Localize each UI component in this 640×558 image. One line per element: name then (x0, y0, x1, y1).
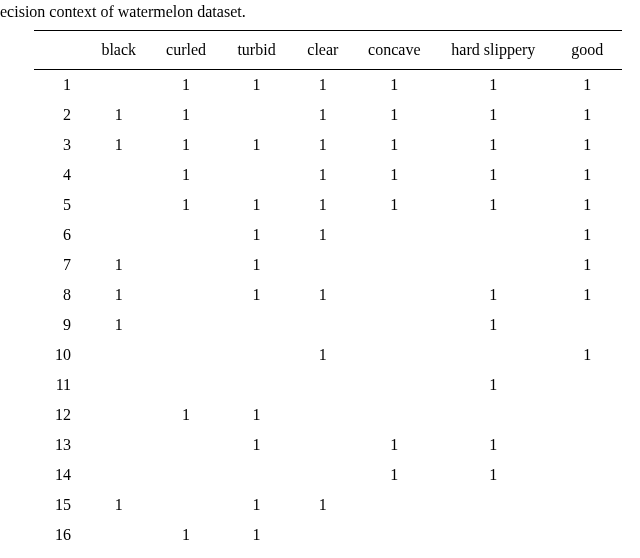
cell: 1 (87, 100, 150, 130)
cell: 1 (87, 490, 150, 520)
table-row: 911 (34, 310, 622, 340)
cell: 1 (150, 520, 221, 550)
cell: 1 (222, 490, 291, 520)
row-index: 2 (34, 100, 87, 130)
table-caption: ecision context of watermelon dataset. (0, 3, 246, 21)
cell (87, 220, 150, 250)
cell (87, 430, 150, 460)
cell: 1 (355, 160, 435, 190)
cell: 1 (150, 130, 221, 160)
cell: 1 (87, 250, 150, 280)
cell (355, 490, 435, 520)
col-header-hard-slippery: hard slippery (434, 31, 552, 70)
table-row: 6111 (34, 220, 622, 250)
row-index: 10 (34, 340, 87, 370)
cell: 1 (291, 280, 354, 310)
row-index: 12 (34, 400, 87, 430)
cell (222, 160, 291, 190)
cell: 1 (291, 100, 354, 130)
cell: 1 (355, 100, 435, 130)
cell: 1 (150, 70, 221, 101)
row-index: 7 (34, 250, 87, 280)
row-index: 14 (34, 460, 87, 490)
cell (355, 370, 435, 400)
col-header-curled: curled (150, 31, 221, 70)
cell (87, 370, 150, 400)
cell: 1 (434, 100, 552, 130)
cell: 1 (150, 400, 221, 430)
cell (553, 550, 622, 558)
row-index: 11 (34, 370, 87, 400)
row-index: 3 (34, 130, 87, 160)
cell: 1 (150, 100, 221, 130)
cell (291, 520, 354, 550)
dataset-table: black curled turbid clear concave hard s… (34, 30, 622, 558)
table-row: 411111 (34, 160, 622, 190)
row-index: 5 (34, 190, 87, 220)
cell (355, 220, 435, 250)
cell (553, 370, 622, 400)
cell: 1 (553, 130, 622, 160)
cell: 1 (434, 130, 552, 160)
table-row: 1211 (34, 400, 622, 430)
cell (553, 490, 622, 520)
cell (553, 430, 622, 460)
cell (291, 370, 354, 400)
col-header-clear: clear (291, 31, 354, 70)
col-header-black: black (87, 31, 150, 70)
cell: 1 (291, 220, 354, 250)
cell: 1 (355, 190, 435, 220)
cell (150, 250, 221, 280)
cell (291, 460, 354, 490)
cell (87, 70, 150, 101)
table-row: 171 (34, 550, 622, 558)
cell: 1 (553, 250, 622, 280)
cell: 1 (87, 280, 150, 310)
col-header-good: good (553, 31, 622, 70)
cell: 1 (434, 70, 552, 101)
cell: 1 (222, 70, 291, 101)
cell (87, 460, 150, 490)
cell (291, 400, 354, 430)
cell: 1 (222, 520, 291, 550)
cell (434, 340, 552, 370)
cell (87, 400, 150, 430)
cell (355, 340, 435, 370)
cell (150, 310, 221, 340)
cell (150, 460, 221, 490)
row-index: 6 (34, 220, 87, 250)
cell (150, 430, 221, 460)
cell: 1 (434, 370, 552, 400)
cell (434, 400, 552, 430)
row-index: 15 (34, 490, 87, 520)
table-row: 13111 (34, 430, 622, 460)
cell: 1 (355, 130, 435, 160)
cell (150, 490, 221, 520)
cell (291, 550, 354, 558)
cell (434, 250, 552, 280)
cell: 1 (434, 460, 552, 490)
cell: 1 (553, 160, 622, 190)
col-header-turbid: turbid (222, 31, 291, 70)
table-row: 1111111 (34, 70, 622, 101)
cell (222, 100, 291, 130)
table-row: 31111111 (34, 130, 622, 160)
cell: 1 (150, 550, 221, 558)
cell: 1 (291, 340, 354, 370)
cell: 1 (355, 70, 435, 101)
cell (87, 190, 150, 220)
cell: 1 (434, 430, 552, 460)
cell: 1 (434, 280, 552, 310)
cell: 1 (222, 130, 291, 160)
row-index: 13 (34, 430, 87, 460)
cell (553, 520, 622, 550)
cell: 1 (222, 220, 291, 250)
cell (434, 520, 552, 550)
table-row: 5111111 (34, 190, 622, 220)
cell (553, 400, 622, 430)
cell (222, 310, 291, 340)
cell (553, 310, 622, 340)
cell (553, 460, 622, 490)
cell (434, 490, 552, 520)
col-header-index (34, 31, 87, 70)
